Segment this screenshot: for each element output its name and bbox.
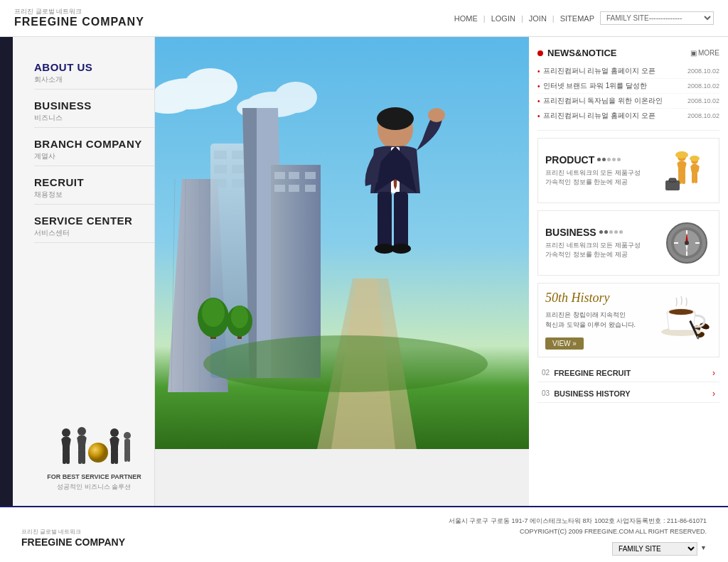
news-date-1: 2008.10.02 xyxy=(687,67,719,75)
svg-rect-36 xyxy=(214,151,227,159)
main-layout: ABOUT US 회사소개 BUSINESS 비즈니스 BRANCH COMPA… xyxy=(0,37,728,506)
nav-home[interactable]: HOME xyxy=(454,14,478,23)
view-button[interactable]: VIEW » xyxy=(545,337,584,350)
footer-family-select[interactable]: FAMILY SITE xyxy=(612,542,697,556)
nav-sep2: | xyxy=(521,14,523,23)
bdot-1 xyxy=(599,230,603,234)
svg-rect-21 xyxy=(124,450,127,462)
svg-rect-78 xyxy=(692,173,695,183)
news-text-3: 프리진컴퍼니 독자님을 위한 이온라인 xyxy=(543,96,683,106)
top-nav: HOME | LOGIN | JOIN | SITEMAP FAMILY SIT… xyxy=(454,11,714,25)
recruit-text: FREEGINE RECRUIT xyxy=(554,369,712,377)
footer-company-name: FREEGINE COMPANY xyxy=(21,536,125,548)
left-dark-panel xyxy=(0,37,13,506)
bottom-links: 02 FREEGINE RECRUIT › 03 BUSINESS HISTOR… xyxy=(537,364,719,403)
bottom-link-history[interactable]: 03 BUSINESS HISTORY › xyxy=(537,385,719,403)
bdot-5 xyxy=(619,230,623,234)
bottom-link-recruit[interactable]: 02 FREEGINE RECRUIT › xyxy=(537,364,719,382)
hero-banner: Well creat your internet business Networ… xyxy=(155,37,529,449)
bdot-4 xyxy=(614,230,618,234)
sidebar-item-recruit[interactable]: RECRUIT 채용정보 xyxy=(34,166,154,205)
sidebar-item-business-sub: 비즈니스 xyxy=(34,113,154,123)
coffee-svg xyxy=(656,291,713,340)
dot-3 xyxy=(607,158,611,161)
product-info: PRODUCT 프리진 네트워크의 모든 제품구성 가속적인 정보를 한눈에 제… xyxy=(545,154,656,188)
news-section-header: NEWS&NOTICE ▣ MORE xyxy=(537,48,719,58)
sidebar-item-about[interactable]: ABOUT US 회사소개 xyxy=(34,51,154,90)
svg-rect-38 xyxy=(214,165,227,173)
business-dots xyxy=(599,230,623,234)
svg-point-73 xyxy=(675,151,688,158)
footer-family-site: FAMILY SITE ▼ xyxy=(449,542,707,556)
svg-rect-35 xyxy=(210,144,250,378)
news-item-1[interactable]: • 프리진컴퍼니 리뉴얼 홈페이지 오픈 2008.10.02 xyxy=(537,64,719,79)
sidebar-item-about-sub: 회사소개 xyxy=(34,75,154,85)
sidebar-item-service-sub: 서비스센터 xyxy=(34,228,154,238)
news-more-link[interactable]: ▣ MORE xyxy=(690,49,719,57)
svg-rect-11 xyxy=(82,450,85,464)
bdot-2 xyxy=(604,230,608,234)
dot-4 xyxy=(612,158,616,161)
business-desc: 프리진 네트워크의 모든 제품구성 가속적인 정보를 한눈에 제공 xyxy=(545,241,656,260)
sidebar-item-branch[interactable]: BRANCH COMPANY 계열사 xyxy=(34,128,154,166)
news-item-3[interactable]: • 프리진컴퍼니 독자님을 위한 이온라인 2008.10.02 xyxy=(537,94,719,109)
sidebar-item-branch-sub: 계열사 xyxy=(34,151,154,161)
history-text: BUSINESS HISTORY xyxy=(554,389,712,398)
sidebar-item-about-title: ABOUT US xyxy=(34,61,154,73)
svg-point-66 xyxy=(391,244,411,254)
news-text-4: 프리진컴퍼니 리뉴얼 홈페이지 오픈 xyxy=(543,111,683,121)
svg-rect-47 xyxy=(305,172,316,179)
business-compass-svg xyxy=(664,220,710,266)
sidebar-bottom: FOR BEST SERVICE PARTNER 성공적인 비즈니스 솔루션 xyxy=(34,404,154,492)
bullet-1: • xyxy=(537,67,540,75)
news-section-title: NEWS&NOTICE xyxy=(537,48,617,58)
product-workers-svg xyxy=(664,148,710,194)
svg-rect-40 xyxy=(214,179,227,188)
nav-sep1: | xyxy=(483,14,486,23)
news-item-4[interactable]: • 프리진컴퍼니 리뉴얼 홈페이지 오픈 2008.10.02 xyxy=(537,109,719,123)
dot-2 xyxy=(602,158,606,161)
news-bullet-dot xyxy=(537,50,543,56)
hero-scene-svg xyxy=(155,37,529,449)
footer-info: 서울시 구로구 구로동 191-7 에이스테크노타워 8차 1002호 사업자등… xyxy=(449,516,707,556)
svg-rect-82 xyxy=(669,178,676,182)
news-section: NEWS&NOTICE ▣ MORE • 프리진컴퍼니 리뉴얼 홈페이지 오픈 … xyxy=(537,48,719,131)
sidebar-item-business[interactable]: BUSINESS 비즈니스 xyxy=(34,90,154,128)
svg-rect-37 xyxy=(232,151,245,159)
svg-rect-22 xyxy=(127,450,130,462)
people-illustration xyxy=(52,426,137,468)
sidebar-item-recruit-sub: 채용정보 xyxy=(34,190,154,200)
sidebar-tagline: FOR BEST SERVICE PARTNER 성공적인 비즈니스 솔루션 xyxy=(34,472,154,492)
nav-sitemap[interactable]: SITEMAP xyxy=(560,14,594,23)
svg-point-57 xyxy=(231,306,248,328)
svg-rect-41 xyxy=(232,179,245,188)
svg-point-51 xyxy=(203,335,488,392)
bullet-3: • xyxy=(537,97,540,105)
sidebar-item-recruit-title: RECRUIT xyxy=(34,176,154,188)
svg-point-92 xyxy=(685,241,689,245)
news-date-4: 2008.10.02 xyxy=(687,112,719,119)
dot-5 xyxy=(617,158,621,161)
footer-address: 서울시 구로구 구로동 191-7 에이스테크노타워 8차 1002호 사업자등… xyxy=(449,516,707,526)
sidebar-item-service[interactable]: SERVICE CENTER 서비스센터 xyxy=(34,205,154,243)
svg-rect-46 xyxy=(289,172,299,179)
recruit-arrow: › xyxy=(712,368,715,378)
footer-copyright: COPYRIGHT(C) 2009 FREEGINE.COM ALL RIGHT… xyxy=(449,526,707,537)
svg-rect-10 xyxy=(78,450,82,464)
nav-login[interactable]: LOGIN xyxy=(491,14,515,23)
family-site-select[interactable]: FAMILY SITE-------------- xyxy=(600,11,714,25)
center-content: Well creat your internet business Networ… xyxy=(155,37,529,506)
news-title-text: NEWS&NOTICE xyxy=(547,48,617,58)
news-item-2[interactable]: • 인터넷 브랜드 파워 1위를 달성한 2008.10.02 xyxy=(537,79,719,94)
history-arrow: › xyxy=(712,389,715,399)
footer-logo: 프리진 글로벌 네트워크 FREEGINE COMPANY xyxy=(21,524,125,548)
dot-1 xyxy=(597,158,601,161)
svg-rect-49 xyxy=(289,185,299,192)
sidebar-item-business-title: BUSINESS xyxy=(34,99,154,112)
people-icons xyxy=(34,426,154,468)
footer-family-arrow: ▼ xyxy=(700,543,707,553)
svg-point-62 xyxy=(428,108,445,122)
nav-join[interactable]: JOIN xyxy=(529,14,547,23)
right-panel: NEWS&NOTICE ▣ MORE • 프리진컴퍼니 리뉴얼 홈페이지 오픈 … xyxy=(529,37,728,506)
product-dots xyxy=(597,158,621,161)
